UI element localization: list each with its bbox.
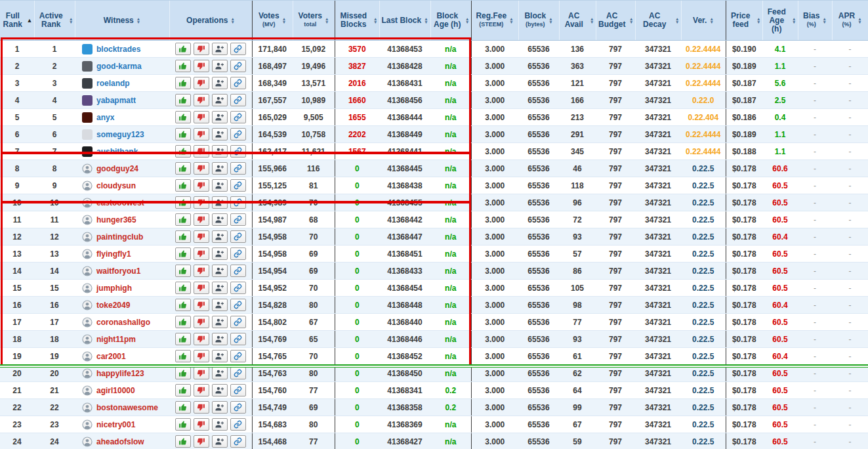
- col-header-operations[interactable]: Operations▲▼: [169, 1, 252, 41]
- downvote-button[interactable]: [194, 77, 209, 89]
- witness-link[interactable]: paintingclub: [96, 232, 143, 242]
- downvote-button[interactable]: [194, 350, 209, 362]
- downvote-button[interactable]: [194, 128, 209, 140]
- add-account-button[interactable]: [212, 60, 228, 72]
- col-header-active_rank[interactable]: Active Rank▲▼: [34, 1, 75, 41]
- downvote-button[interactable]: [194, 230, 209, 243]
- downvote-button[interactable]: [194, 94, 209, 106]
- downvote-button[interactable]: [194, 111, 209, 123]
- upvote-button[interactable]: [175, 418, 191, 431]
- downvote-button[interactable]: [194, 316, 209, 328]
- upvote-button[interactable]: [175, 230, 191, 243]
- witness-link[interactable]: car2001: [96, 352, 126, 361]
- link-button[interactable]: [230, 145, 246, 158]
- add-account-button[interactable]: [212, 350, 228, 362]
- witness-link[interactable]: aheadofslow: [96, 437, 144, 446]
- witness-link[interactable]: yabapmatt: [96, 96, 136, 105]
- col-header-reg_fee[interactable]: Reg.Fee(STEEM)▲▼: [471, 1, 518, 41]
- add-account-button[interactable]: [212, 128, 228, 140]
- downvote-button[interactable]: [194, 196, 209, 209]
- downvote-button[interactable]: [194, 145, 209, 158]
- downvote-button[interactable]: [194, 247, 209, 260]
- link-button[interactable]: [230, 60, 246, 72]
- witness-link[interactable]: happylife123: [96, 369, 144, 378]
- link-button[interactable]: [230, 299, 246, 311]
- add-account-button[interactable]: [212, 94, 228, 106]
- witness-link[interactable]: anyx: [96, 113, 114, 122]
- downvote-button[interactable]: [194, 367, 209, 379]
- link-button[interactable]: [230, 77, 246, 89]
- downvote-button[interactable]: [194, 213, 209, 226]
- col-header-ac_avail[interactable]: AC Avail▲▼: [559, 1, 596, 41]
- link-button[interactable]: [230, 94, 246, 106]
- witness-link[interactable]: coronashallgo: [96, 318, 150, 327]
- link-button[interactable]: [230, 162, 246, 175]
- witness-link[interactable]: blocktrades: [96, 45, 140, 54]
- upvote-button[interactable]: [175, 94, 191, 106]
- col-header-ac_budget[interactable]: AC Budget▲▼: [596, 1, 635, 41]
- upvote-button[interactable]: [175, 60, 191, 72]
- downvote-button[interactable]: [194, 60, 209, 72]
- downvote-button[interactable]: [194, 43, 209, 55]
- link-button[interactable]: [230, 435, 246, 448]
- add-account-button[interactable]: [212, 367, 228, 379]
- witness-link[interactable]: nicetry001: [96, 420, 135, 429]
- add-account-button[interactable]: [212, 213, 228, 226]
- link-button[interactable]: [230, 128, 246, 140]
- upvote-button[interactable]: [175, 401, 191, 414]
- add-account-button[interactable]: [212, 196, 228, 209]
- witness-link[interactable]: toke2049: [96, 301, 130, 310]
- col-header-votes[interactable]: Votes(MV)▲▼: [252, 1, 293, 41]
- link-button[interactable]: [230, 111, 246, 123]
- witness-link[interactable]: ausbitbank: [96, 147, 138, 156]
- add-account-button[interactable]: [212, 247, 228, 260]
- link-button[interactable]: [230, 384, 246, 396]
- col-header-full_rank[interactable]: Full Rank▲: [0, 1, 34, 41]
- add-account-button[interactable]: [212, 230, 228, 243]
- add-account-button[interactable]: [212, 265, 228, 277]
- upvote-button[interactable]: [175, 350, 191, 362]
- col-header-missed[interactable]: Missed Blocks▲▼: [335, 1, 379, 41]
- add-account-button[interactable]: [212, 77, 228, 89]
- col-header-feed_age[interactable]: Feed Age (h)▲▼: [762, 1, 798, 41]
- downvote-button[interactable]: [194, 418, 209, 431]
- col-header-witness[interactable]: Witness▲▼: [75, 1, 169, 41]
- link-button[interactable]: [230, 333, 246, 345]
- downvote-button[interactable]: [194, 179, 209, 192]
- upvote-button[interactable]: [175, 77, 191, 89]
- upvote-button[interactable]: [175, 111, 191, 123]
- witness-link[interactable]: hunger365: [96, 215, 136, 224]
- witness-link[interactable]: eastooowest: [96, 198, 144, 207]
- col-header-block_age[interactable]: Block Age (h)▲▼: [430, 1, 471, 41]
- col-header-ac_decay[interactable]: AC Decay▲▼: [635, 1, 681, 41]
- link-button[interactable]: [230, 350, 246, 362]
- upvote-button[interactable]: [175, 333, 191, 345]
- col-header-ver[interactable]: Ver.▲▼: [681, 1, 726, 41]
- col-header-apr[interactable]: APR(%)▲▼: [832, 1, 868, 41]
- add-account-button[interactable]: [212, 299, 228, 311]
- upvote-button[interactable]: [175, 128, 191, 140]
- link-button[interactable]: [230, 282, 246, 294]
- add-account-button[interactable]: [212, 162, 228, 175]
- upvote-button[interactable]: [175, 43, 191, 55]
- upvote-button[interactable]: [175, 162, 191, 175]
- link-button[interactable]: [230, 418, 246, 431]
- link-button[interactable]: [230, 213, 246, 226]
- upvote-button[interactable]: [175, 299, 191, 311]
- downvote-button[interactable]: [194, 162, 209, 175]
- link-button[interactable]: [230, 196, 246, 209]
- upvote-button[interactable]: [175, 435, 191, 448]
- upvote-button[interactable]: [175, 282, 191, 294]
- col-header-last_block[interactable]: Last Block▲▼: [379, 1, 430, 41]
- upvote-button[interactable]: [175, 384, 191, 396]
- link-button[interactable]: [230, 401, 246, 414]
- col-header-price_feed[interactable]: Price feed▲▼: [726, 1, 762, 41]
- witness-link[interactable]: waitforyou1: [96, 267, 140, 276]
- witness-link[interactable]: flyingfly1: [96, 249, 131, 259]
- upvote-button[interactable]: [175, 179, 191, 192]
- link-button[interactable]: [230, 43, 246, 55]
- witness-link[interactable]: roelandp: [96, 79, 130, 88]
- upvote-button[interactable]: [175, 316, 191, 328]
- link-button[interactable]: [230, 316, 246, 328]
- witness-link[interactable]: cloudysun: [96, 181, 136, 190]
